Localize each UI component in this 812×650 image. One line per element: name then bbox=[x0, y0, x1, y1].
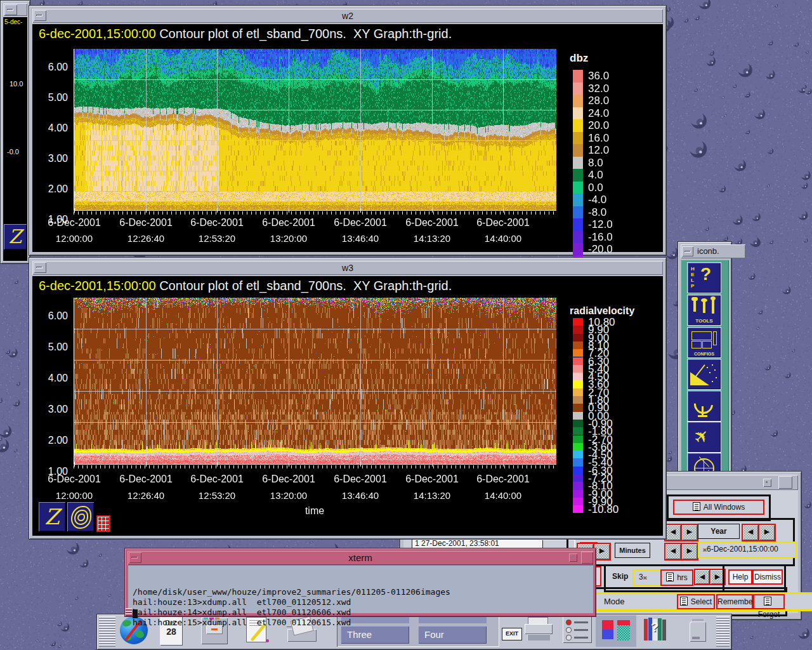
colorbar-swatch bbox=[573, 95, 583, 107]
year-back-button[interactable]: ◀ bbox=[664, 524, 682, 541]
x-tick-date: 6-Dec-2001 bbox=[396, 474, 468, 485]
colorbar-label: -16.0 bbox=[588, 231, 613, 244]
iconbar-button-configs[interactable]: CONFIGS bbox=[688, 328, 721, 357]
colorbar-label: 28.0 bbox=[588, 95, 609, 107]
colorbar-swatch bbox=[573, 482, 583, 489]
terminal-line: hail:houze:13>xdump.all etl700_01120512.… bbox=[133, 597, 593, 607]
iconbar-button-tools[interactable]: TOOLS bbox=[688, 295, 721, 325]
year-label[interactable]: Year bbox=[698, 524, 740, 539]
terminal-cursor bbox=[133, 609, 138, 618]
x-major-tick bbox=[360, 462, 361, 467]
grid-tool-icon[interactable] bbox=[96, 515, 110, 532]
iconbar-button-help[interactable]: HELP ? bbox=[688, 263, 721, 293]
colorbar-label: 0.0 bbox=[588, 182, 603, 194]
all-windows-dropdown[interactable]: All Windows bbox=[673, 500, 764, 515]
w2-titlebar[interactable]: w2 bbox=[32, 9, 663, 23]
colorbar-label: 32.0 bbox=[588, 83, 609, 95]
remember-button[interactable]: Remember bbox=[716, 594, 753, 609]
iconbar-button-radar-dish[interactable] bbox=[688, 391, 721, 421]
option-menu-icon bbox=[666, 573, 674, 581]
x-tick-time: 12:26:40 bbox=[110, 490, 181, 501]
x-tick-time: 14:40:00 bbox=[468, 490, 539, 501]
minutes-label[interactable]: Minutes bbox=[615, 543, 650, 558]
skip-back-button[interactable]: ◀ bbox=[694, 569, 710, 585]
help-manager-icon[interactable]: ? bbox=[643, 618, 671, 642]
w2-minimize-button[interactable] bbox=[34, 10, 46, 21]
colorbar-swatch bbox=[573, 107, 583, 120]
xterm-menu-button[interactable] bbox=[569, 554, 577, 562]
x-tick-date: 6-Dec-2001 bbox=[253, 474, 324, 485]
colorbar-label: 12.0 bbox=[588, 144, 609, 157]
zebra-logo-icon[interactable]: Z bbox=[39, 502, 65, 531]
w3-x-axis-title: time bbox=[74, 505, 556, 517]
colorbar-label: 24.0 bbox=[588, 107, 609, 120]
xterm-titlebar[interactable]: xterm bbox=[128, 551, 593, 565]
terminal-output[interactable]: /home/disk/user_www/houze/improve2_summa… bbox=[128, 565, 593, 613]
xterm-window[interactable]: xterm /home/disk/user_www/houze/improve2… bbox=[124, 548, 596, 617]
colorbar-swatch bbox=[573, 357, 583, 365]
colorbar-label: -8.0 bbox=[588, 206, 606, 219]
date-back-button[interactable]: ◀ bbox=[664, 543, 682, 560]
swatch-subpanel bbox=[596, 615, 636, 647]
left-window-minimize-button[interactable] bbox=[4, 4, 17, 15]
date-forward-button[interactable]: ▶ bbox=[681, 543, 698, 560]
xterm-maximize-button[interactable] bbox=[581, 552, 593, 564]
skip-units-dropdown[interactable]: hrs bbox=[660, 569, 693, 586]
colorbar-label: 8.0 bbox=[588, 157, 603, 169]
colorbar-swatch bbox=[573, 373, 583, 380]
xterm-resize-grip[interactable] bbox=[126, 608, 132, 616]
option-menu-icon bbox=[693, 502, 700, 511]
option-menu-icon bbox=[764, 597, 771, 606]
w3-titlebar[interactable]: w3 bbox=[32, 261, 663, 275]
colorbar-title: radialvelocity bbox=[570, 305, 634, 317]
airplane-icon: ✈ bbox=[689, 424, 714, 449]
x-tick-date: 6-Dec-2001 bbox=[181, 217, 252, 229]
w2-plot-window[interactable]: w2 6-dec-2001,15:00:00 Contour plot of e… bbox=[29, 5, 667, 256]
window-clipped-left[interactable]: 5-dec- 10.0 -0.0 Z bbox=[0, 0, 30, 264]
forget-dropdown[interactable]: Forget bbox=[753, 594, 785, 609]
pattern-swatch-icon[interactable] bbox=[617, 625, 630, 640]
year-back2-button[interactable]: ◀ bbox=[742, 524, 759, 541]
contour-tool-icon[interactable] bbox=[67, 502, 94, 531]
color-swatch-icon[interactable] bbox=[602, 630, 613, 639]
all-windows-group: All Windows bbox=[667, 494, 771, 521]
colorbar-swatch bbox=[573, 365, 583, 373]
panel-maximize-button[interactable] bbox=[778, 476, 792, 489]
colorbar-swatch bbox=[573, 404, 583, 411]
w3-minimize-button[interactable] bbox=[34, 262, 46, 273]
year-forward2-button[interactable]: ▶ bbox=[758, 524, 776, 541]
question-mark-icon: ? bbox=[651, 620, 658, 635]
x-tick-time: 12:00:00 bbox=[39, 233, 110, 244]
help-button[interactable]: Help bbox=[728, 569, 752, 585]
iconbar-window[interactable]: iconb. HELP ? TOOLS CONFIGS bbox=[678, 241, 732, 475]
colorbar-label: 20.0 bbox=[588, 119, 609, 132]
x-tick-date: 6-Dec-2001 bbox=[253, 217, 324, 229]
iconbar-minimize-button[interactable] bbox=[682, 246, 693, 256]
iconbar-button-radar-scan[interactable] bbox=[688, 359, 721, 389]
colorbar-swatch bbox=[573, 342, 583, 349]
colorbar-swatch bbox=[573, 169, 583, 182]
x-tick-time: 13:46:40 bbox=[325, 490, 396, 501]
xterm-minimize-button[interactable] bbox=[129, 552, 141, 563]
y-tick-label: 5.00 bbox=[37, 92, 68, 103]
taskbar-grip-left[interactable] bbox=[99, 616, 115, 647]
skip-value-field[interactable]: 3ж bbox=[632, 569, 663, 586]
year-forward-button[interactable]: ▶ bbox=[681, 524, 698, 541]
left-window-tick-upper: 10.0 bbox=[10, 80, 23, 88]
current-datetime-field[interactable]: ж6-Dec-2001,15:00:00 bbox=[698, 541, 797, 558]
trash-icon[interactable] bbox=[687, 618, 709, 643]
colorbar-swatch bbox=[573, 334, 583, 342]
select-dropdown[interactable]: Select bbox=[677, 594, 715, 609]
w3-plot-window[interactable]: w3 6-dec-2001,15:00:00 Contour plot of e… bbox=[29, 257, 667, 540]
taskbar-grip-right[interactable] bbox=[716, 616, 730, 647]
x-tick-date: 6-Dec-2001 bbox=[325, 474, 396, 485]
iconbar-button-aircraft[interactable]: ✈ bbox=[688, 422, 721, 452]
x-major-tick bbox=[74, 462, 75, 467]
x-tick-time: 12:26:40 bbox=[110, 233, 181, 244]
x-tick-date: 6-Dec-2001 bbox=[110, 217, 181, 229]
x-major-tick bbox=[432, 462, 433, 467]
zebra-logo-icon[interactable]: Z bbox=[4, 224, 27, 249]
x-tick-time: 12:00:00 bbox=[39, 490, 110, 501]
dismiss-button[interactable]: Dismiss bbox=[752, 569, 783, 585]
panel-menu-button[interactable] bbox=[763, 479, 771, 487]
